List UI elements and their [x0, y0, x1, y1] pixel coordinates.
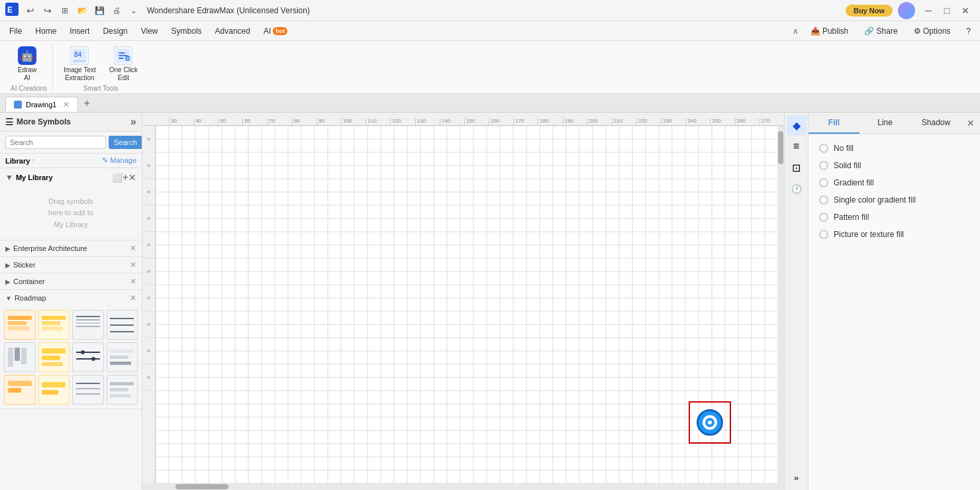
share-btn[interactable]: 🔗 Share [858, 24, 904, 38]
new-tab-btn[interactable]: ⊞ [57, 3, 73, 18]
my-lib-add-btn[interactable]: + [122, 172, 128, 183]
fill-panel-btn[interactable]: ◆ [787, 115, 807, 135]
shadow-tab[interactable]: Shadow [910, 113, 961, 134]
menu-view[interactable]: View [134, 24, 165, 38]
menu-insert[interactable]: Insert [63, 24, 96, 38]
maximize-btn[interactable]: □ [938, 3, 956, 18]
roadmap-thumb-4[interactable] [107, 310, 138, 340]
scrollbar-thumb-v[interactable] [778, 131, 783, 164]
svg-rect-25 [8, 348, 13, 367]
search-bar: Search [0, 132, 142, 154]
one-click-btn[interactable]: ✏ One ClickEdit [104, 44, 143, 85]
open-btn[interactable]: 📂 [74, 3, 90, 18]
enterprise-header[interactable]: ▶ Enterprise Architecture ✕ [0, 240, 142, 256]
enterprise-expand: ▶ [5, 245, 11, 252]
menu-symbols[interactable]: Symbols [165, 24, 209, 38]
svg-text:84: 84 [74, 51, 82, 58]
user-avatar[interactable] [898, 2, 915, 19]
roadmap-close[interactable]: ✕ [130, 293, 136, 303]
header-right-actions: ∧ 📤 Publish 🔗 Share ⚙ Options ? [790, 24, 977, 38]
roadmap-thumb-7[interactable] [72, 342, 104, 372]
roadmap-thumb-8[interactable] [107, 342, 138, 372]
close-btn[interactable]: ✕ [956, 3, 975, 18]
enterprise-close[interactable]: ✕ [130, 244, 136, 253]
menu-design[interactable]: Design [96, 24, 134, 38]
history-panel-btn[interactable]: 🕐 [787, 179, 807, 199]
text-panel-btn[interactable]: ≡ [787, 136, 807, 156]
single-color-gradient-option[interactable]: Single color gradient fill [816, 191, 972, 209]
edraw-ai-btn[interactable]: 🤖 EdrawAI [11, 44, 44, 85]
menu-advanced[interactable]: Advanced [209, 24, 257, 38]
roadmap-thumb-5[interactable] [4, 342, 36, 372]
picture-texture-option[interactable]: Picture or texture fill [816, 226, 972, 243]
roadmap-thumb-11[interactable] [72, 375, 104, 405]
roadmap-thumb-6[interactable] [38, 342, 70, 372]
vertical-scrollbar[interactable] [777, 126, 784, 483]
roadmap-thumb-3[interactable] [72, 310, 104, 340]
horizontal-scrollbar[interactable] [156, 483, 784, 490]
svg-rect-12 [8, 316, 32, 320]
shape-element [690, 403, 730, 442]
roadmap-header[interactable]: ▼ Roadmap ✕ [0, 290, 142, 306]
svg-rect-37 [110, 362, 131, 365]
my-lib-export-btn[interactable]: ⬜ [112, 173, 122, 183]
selected-shape-container[interactable] [689, 401, 731, 444]
canvas-grid[interactable] [156, 126, 777, 483]
roadmap-thumb-12[interactable] [107, 375, 138, 405]
tab-drawing1[interactable]: Drawing1 ✕ [5, 97, 78, 112]
manage-link[interactable]: ✎ Manage [102, 156, 136, 165]
image-text-btn[interactable]: 84 Image TextExtraction [58, 44, 101, 85]
fill-tab[interactable]: Fill [808, 113, 859, 134]
roadmap-thumbnails [0, 306, 142, 409]
search-btn[interactable]: Search [109, 136, 142, 149]
collapse-panel-btn[interactable]: » [130, 116, 136, 128]
search-input[interactable] [5, 136, 106, 149]
gradient-fill-option[interactable]: Gradient fill [816, 174, 972, 191]
container-close[interactable]: ✕ [130, 277, 136, 286]
undo-btn[interactable]: ↩ [23, 3, 38, 18]
ruler-mark: 210 [612, 118, 636, 125]
expand-panel-btn[interactable]: » [787, 467, 807, 487]
minimize-btn[interactable]: ─ [919, 3, 938, 18]
redo-btn[interactable]: ↪ [40, 3, 56, 18]
sticker-close[interactable]: ✕ [130, 260, 136, 270]
roadmap-thumb-1[interactable] [4, 310, 36, 340]
roadmap-thumb-9[interactable] [4, 375, 36, 405]
publish-btn[interactable]: 📤 Publish [804, 24, 856, 38]
help-btn[interactable]: ? [959, 24, 977, 38]
robot-icon [697, 409, 723, 436]
line-tab[interactable]: Line [859, 113, 910, 134]
my-library-expand[interactable]: ▼ [5, 173, 13, 182]
my-lib-close-btn[interactable]: ✕ [128, 172, 136, 183]
ruler-mark: 230 [661, 118, 685, 125]
menu-file[interactable]: File [3, 24, 28, 38]
scrollbar-thumb-h[interactable] [175, 484, 228, 489]
roadmap-title: Roadmap [15, 294, 130, 302]
container-header[interactable]: ▶ Container ✕ [0, 273, 142, 289]
no-fill-option[interactable]: No fill [816, 140, 972, 157]
more-btn[interactable]: ⌄ [126, 3, 142, 18]
collapse-ribbon-btn[interactable]: ∧ [790, 24, 801, 38]
insert-panel-btn[interactable]: ⊡ [787, 158, 807, 177]
roadmap-thumb-10[interactable] [38, 375, 70, 405]
container-expand: ▶ [5, 278, 11, 285]
sticker-header[interactable]: ▶ Sticker ✕ [0, 257, 142, 273]
tab-close[interactable]: ✕ [63, 100, 70, 109]
ruler-mark: 160 [489, 118, 513, 125]
roadmap-thumb-2[interactable] [38, 310, 70, 340]
svg-rect-35 [110, 350, 134, 353]
ruler-mark: 30 [169, 118, 193, 125]
solid-fill-option[interactable]: Solid fill [816, 157, 972, 174]
add-tab-btn[interactable]: + [78, 95, 95, 112]
options-btn[interactable]: ⚙ Options [907, 24, 957, 38]
save-btn[interactable]: 💾 [91, 3, 107, 18]
buy-now-btn[interactable]: Buy Now [846, 5, 893, 17]
svg-rect-41 [42, 390, 58, 395]
close-right-panel-btn[interactable]: ✕ [961, 113, 980, 134]
ruler-left: 8 8 8 8 8 8 8 8 8 8 [142, 126, 156, 483]
print-btn[interactable]: 🖨 [109, 3, 124, 18]
menu-home[interactable]: Home [28, 24, 63, 38]
pattern-fill-radio [819, 213, 828, 222]
pattern-fill-option[interactable]: Pattern fill [816, 209, 972, 226]
menu-ai[interactable]: AI hot [257, 24, 294, 38]
